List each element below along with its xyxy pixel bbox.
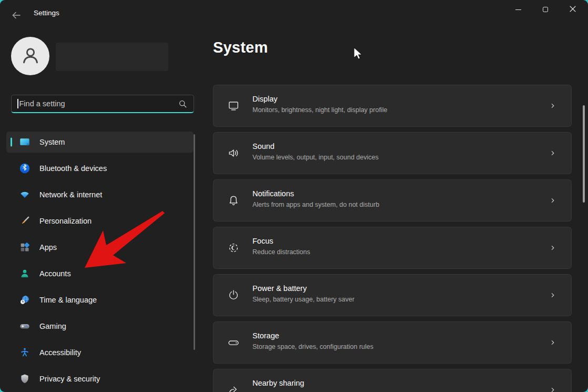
card-title: Notifications — [252, 188, 379, 199]
card-text: Power & batterySleep, battery usage, bat… — [252, 283, 354, 305]
sidebar-item-privacy-security[interactable]: Privacy & security — [6, 368, 194, 389]
text-caret — [17, 99, 18, 108]
sidebar-item-accounts[interactable]: Accounts — [6, 263, 194, 284]
sidebar-item-time-language[interactable]: Time & language — [6, 289, 194, 310]
search-input[interactable]: Find a setting — [11, 95, 194, 113]
sidebar-item-system[interactable]: System — [6, 132, 194, 153]
sidebar-item-label: Apps — [39, 243, 57, 252]
card-title: Nearby sharing — [252, 378, 304, 388]
avatar[interactable] — [11, 37, 49, 75]
minimize-icon — [515, 9, 521, 10]
system-icon — [19, 136, 31, 148]
chevron-right-icon — [548, 148, 557, 158]
sidebar-item-label: System — [39, 138, 65, 146]
settings-card-storage[interactable]: StorageStorage space, drives, configurat… — [213, 321, 572, 364]
sound-icon — [227, 146, 240, 160]
chevron-right-icon — [548, 243, 557, 253]
minimize-button[interactable] — [506, 0, 530, 19]
card-title: Display — [252, 94, 387, 104]
sidebar-item-gaming[interactable]: Gaming — [6, 316, 194, 337]
sidebar-item-label: Bluetooth & devices — [39, 164, 107, 173]
titlebar: Settings — [0, 0, 588, 25]
settings-window: Settings Find a setting SystemBluetooth … — [0, 0, 588, 392]
card-text: FocusReduce distractions — [252, 236, 310, 257]
nearby-sharing-icon — [227, 383, 240, 392]
settings-card-nearby-sharing[interactable]: Nearby sharing — [213, 369, 572, 392]
sidebar-item-personalization[interactable]: Personalization — [6, 210, 194, 232]
sidebar-item-label: Accounts — [39, 269, 71, 278]
card-text: StorageStorage space, drives, configurat… — [252, 330, 373, 352]
gaming-icon — [19, 320, 31, 332]
main-scrollbar[interactable] — [583, 105, 585, 203]
accounts-icon — [19, 268, 31, 279]
settings-card-list: DisplayMonitors, brightness, night light… — [213, 85, 572, 392]
privacy-icon — [19, 373, 31, 385]
sidebar-item-label: Gaming — [39, 322, 66, 330]
card-text: DisplayMonitors, brightness, night light… — [252, 94, 387, 115]
maximize-icon — [543, 7, 548, 12]
settings-card-focus[interactable]: FocusReduce distractions — [213, 227, 572, 269]
accessibility-icon — [19, 347, 31, 358]
card-text: SoundVolume levels, output, input, sound… — [252, 141, 379, 163]
back-arrow-icon — [11, 10, 22, 23]
maximize-button[interactable] — [533, 0, 557, 19]
sidebar-item-accessibility[interactable]: Accessibility — [6, 342, 194, 363]
sidebar-item-label: Personalization — [39, 217, 92, 225]
search-placeholder: Find a setting — [19, 99, 178, 108]
focus-icon — [227, 241, 240, 255]
sidebar-item-network-internet[interactable]: Network & internet — [6, 184, 194, 205]
chevron-right-icon — [548, 290, 557, 300]
profile-name-placeholder — [56, 43, 168, 71]
chevron-right-icon — [548, 385, 557, 392]
storage-icon — [227, 336, 240, 349]
sidebar-nav: SystemBluetooth & devicesNetwork & inter… — [6, 132, 194, 392]
card-subtitle: Reduce distractions — [252, 247, 310, 257]
search-icon[interactable] — [178, 99, 188, 109]
card-subtitle: Sleep, battery usage, battery saver — [252, 295, 354, 305]
sidebar-item-label: Privacy & security — [39, 375, 100, 383]
sidebar-item-label: Time & language — [39, 296, 97, 304]
personalization-icon — [19, 215, 31, 227]
back-button[interactable] — [7, 7, 25, 25]
bluetooth-icon — [19, 163, 31, 174]
apps-icon — [19, 242, 31, 253]
settings-card-power-battery[interactable]: Power & batterySleep, battery usage, bat… — [213, 274, 572, 316]
power-icon — [227, 288, 240, 302]
chevron-right-icon — [548, 338, 557, 347]
card-subtitle: Monitors, brightness, night light, displ… — [252, 105, 387, 115]
card-subtitle: Alerts from apps and system, do not dist… — [252, 200, 379, 210]
sidebar-item-apps[interactable]: Apps — [6, 237, 194, 258]
network-icon — [19, 189, 31, 200]
chevron-right-icon — [548, 101, 557, 110]
card-title: Sound — [252, 141, 379, 152]
settings-card-sound[interactable]: SoundVolume levels, output, input, sound… — [213, 132, 572, 174]
sidebar-item-bluetooth-devices[interactable]: Bluetooth & devices — [6, 158, 194, 179]
close-button[interactable] — [561, 0, 585, 19]
close-icon — [570, 5, 576, 14]
card-text: Nearby sharing — [252, 378, 304, 389]
window-title: Settings — [34, 9, 59, 17]
sidebar-item-label: Network & internet — [39, 190, 102, 199]
card-subtitle: Volume levels, output, input, sound devi… — [252, 153, 379, 163]
time-language-icon — [19, 294, 31, 306]
selection-indicator — [11, 138, 12, 147]
user-icon — [19, 44, 42, 69]
sidebar-scrollbar[interactable] — [194, 134, 195, 350]
card-title: Focus — [252, 236, 310, 246]
card-subtitle: Storage space, drives, configuration rul… — [252, 342, 373, 352]
page-title: System — [213, 39, 268, 56]
card-text: NotificationsAlerts from apps and system… — [252, 188, 379, 210]
chevron-right-icon — [548, 196, 557, 205]
settings-card-display[interactable]: DisplayMonitors, brightness, night light… — [213, 85, 572, 127]
notifications-icon — [227, 194, 240, 207]
display-icon — [227, 99, 240, 113]
card-title: Power & battery — [252, 283, 354, 294]
sidebar-item-label: Accessibility — [39, 348, 81, 357]
settings-card-notifications[interactable]: NotificationsAlerts from apps and system… — [213, 179, 572, 222]
card-title: Storage — [252, 330, 373, 341]
